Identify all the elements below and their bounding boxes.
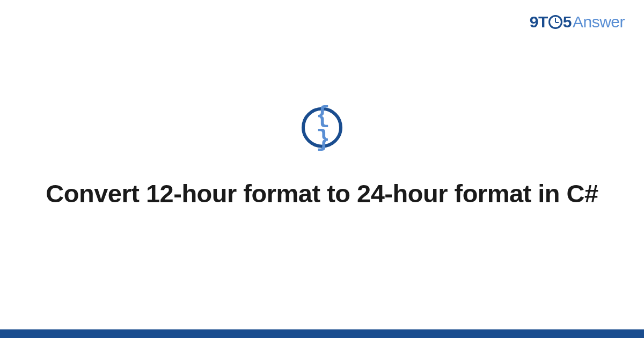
logo-text-5: 5: [563, 13, 572, 31]
page-title: Convert 12-hour format to 24-hour format…: [32, 178, 612, 210]
logo-text-9t: 9T: [530, 13, 548, 31]
footer-accent-bar: [0, 329, 644, 338]
code-braces-icon: { }: [305, 104, 339, 151]
category-icon-container: { }: [302, 107, 342, 148]
logo-text-answer: Answer: [573, 13, 625, 31]
clock-icon: [548, 15, 562, 29]
site-logo: 9T 5 Answer: [530, 13, 625, 31]
main-content: { } Convert 12-hour format to 24-hour fo…: [0, 107, 644, 210]
